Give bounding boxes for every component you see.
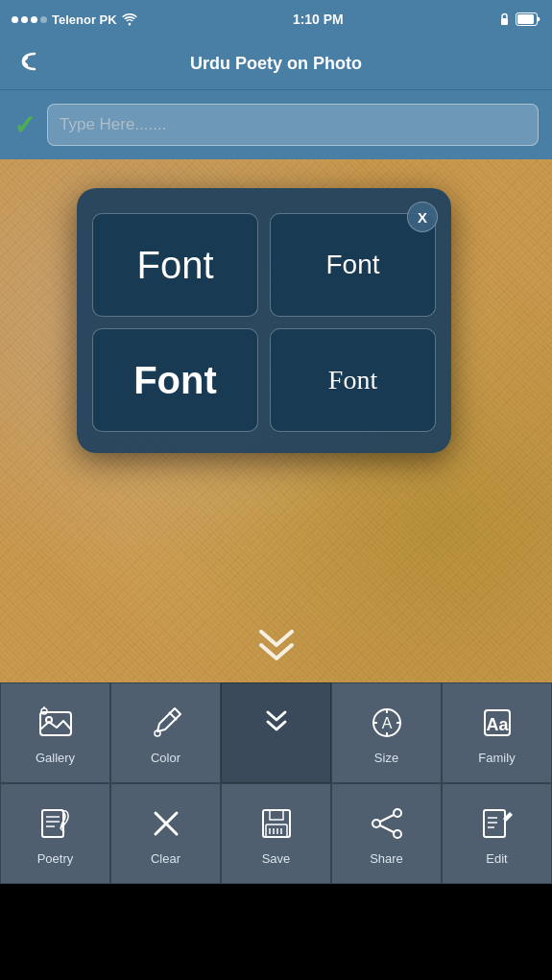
- back-arrow-icon: [15, 48, 42, 75]
- color-button[interactable]: Color: [110, 682, 221, 783]
- color-label: Color: [151, 751, 180, 765]
- color-icon: [144, 701, 188, 745]
- scroll-down-chevron: [253, 628, 300, 669]
- svg-point-29: [394, 830, 401, 838]
- share-label: Share: [370, 851, 403, 866]
- gallery-label: Gallery: [36, 751, 75, 765]
- gallery-button[interactable]: Gallery: [0, 682, 110, 783]
- page-title: Urdu Poety on Photo: [190, 54, 362, 74]
- gallery-icon: [34, 701, 78, 745]
- status-left: Telenor PK: [12, 12, 137, 27]
- svg-rect-0: [501, 18, 508, 25]
- clear-label: Clear: [151, 851, 180, 866]
- canvas-area: X Font Font Font Font: [0, 159, 552, 682]
- chevron-center-icon: [254, 701, 299, 745]
- input-area: ✓: [0, 90, 552, 159]
- size-icon: A: [365, 701, 409, 745]
- svg-point-28: [372, 820, 380, 827]
- svg-rect-20: [263, 810, 290, 837]
- status-right: [499, 12, 540, 26]
- svg-line-7: [169, 712, 177, 720]
- center-chevron-button[interactable]: _: [221, 682, 331, 783]
- nav-bar: Urdu Poety on Photo: [0, 38, 552, 90]
- save-label: Save: [262, 851, 291, 866]
- save-icon: [254, 801, 299, 846]
- status-bar: Telenor PK 1:10 PM: [0, 0, 552, 38]
- back-button[interactable]: [15, 48, 42, 81]
- share-icon: [365, 801, 409, 846]
- share-button[interactable]: Share: [331, 783, 442, 884]
- size-label: Size: [374, 751, 398, 765]
- poetry-icon: [34, 801, 78, 846]
- save-button[interactable]: Save: [221, 783, 331, 884]
- family-button[interactable]: Aa Family: [442, 682, 552, 783]
- font-picker-modal: X Font Font Font Font: [77, 188, 451, 453]
- toolbar: Gallery Color _ A: [0, 682, 552, 884]
- clear-button[interactable]: Clear: [110, 783, 221, 884]
- font-option-3[interactable]: Font: [92, 328, 258, 432]
- carrier-label: Telenor PK: [52, 12, 117, 27]
- svg-text:A: A: [381, 715, 392, 731]
- svg-line-31: [380, 825, 394, 832]
- font-option-2[interactable]: Font: [270, 213, 436, 317]
- lock-icon: [499, 12, 510, 26]
- svg-text:Aa: Aa: [486, 715, 509, 734]
- family-label: Family: [478, 751, 515, 765]
- poetry-label: Poetry: [37, 851, 74, 866]
- edit-button[interactable]: Edit: [442, 783, 552, 884]
- svg-rect-2: [517, 14, 534, 24]
- svg-rect-13: [42, 810, 63, 837]
- wifi-icon: [122, 13, 137, 26]
- modal-close-button[interactable]: X: [407, 202, 438, 232]
- svg-line-30: [380, 815, 394, 822]
- font-grid: Font Font Font Font: [92, 213, 436, 432]
- text-input[interactable]: [47, 104, 539, 146]
- signal-dots: [12, 16, 47, 23]
- family-icon: Aa: [475, 701, 519, 745]
- clear-icon: [144, 801, 188, 846]
- font-option-4[interactable]: Font: [270, 328, 436, 432]
- size-button[interactable]: A Size: [331, 682, 442, 783]
- svg-rect-32: [484, 810, 505, 837]
- edit-label: Edit: [486, 851, 507, 866]
- poetry-button[interactable]: Poetry: [0, 783, 110, 884]
- confirm-icon[interactable]: ✓: [13, 109, 36, 141]
- font-option-1[interactable]: Font: [92, 213, 258, 317]
- edit-icon: [475, 801, 519, 846]
- svg-point-27: [394, 809, 401, 817]
- battery-icon: [516, 12, 540, 26]
- svg-rect-21: [270, 810, 283, 820]
- clock: 1:10 PM: [293, 12, 344, 27]
